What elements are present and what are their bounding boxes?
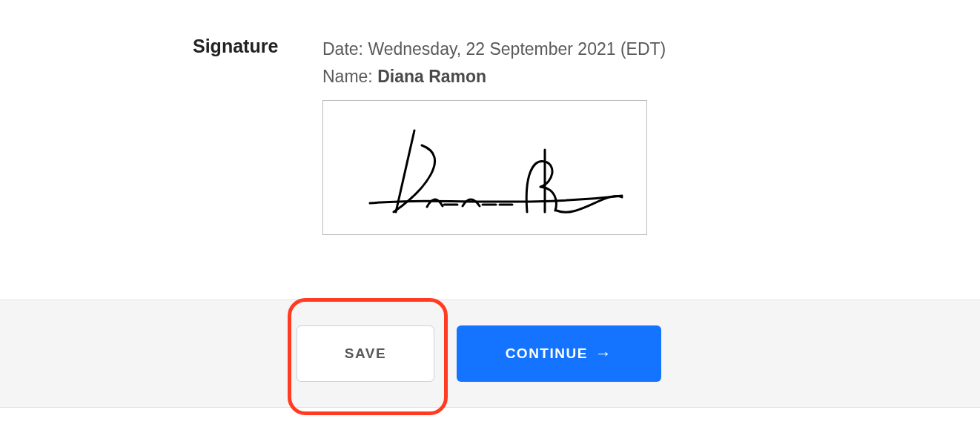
signature-name-line: Name: Diana Ramon (322, 67, 666, 87)
date-label: Date: (322, 39, 363, 59)
name-value: Diana Ramon (377, 67, 486, 86)
footer-bar: SAVE CONTINUE → (0, 300, 980, 408)
signature-heading: Signature (193, 36, 322, 57)
signature-body: Date: Wednesday, 22 September 2021 (EDT)… (322, 36, 666, 235)
continue-label: CONTINUE (506, 345, 588, 362)
signature-section: Signature Date: Wednesday, 22 September … (0, 0, 980, 235)
save-button[interactable]: SAVE (297, 325, 434, 382)
name-label: Name: (322, 67, 373, 86)
signature-drawing-icon (325, 101, 644, 234)
continue-button[interactable]: CONTINUE → (457, 325, 661, 382)
signature-date-line: Date: Wednesday, 22 September 2021 (EDT) (322, 39, 666, 59)
signature-canvas[interactable] (322, 100, 647, 235)
arrow-right-icon: → (595, 345, 613, 362)
date-value: Wednesday, 22 September 2021 (EDT) (368, 39, 666, 59)
